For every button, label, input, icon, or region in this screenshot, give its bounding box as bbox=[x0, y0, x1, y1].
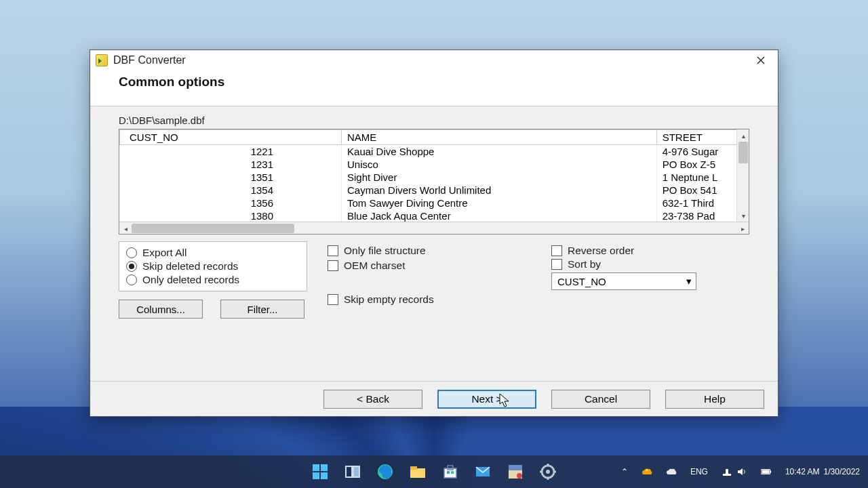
table-row[interactable]: 1354Cayman Divers World UnlimitedPO Box … bbox=[120, 184, 749, 197]
checkbox-only-structure[interactable]: Only file structure bbox=[328, 244, 531, 258]
checkbox-reverse-order[interactable]: Reverse order bbox=[551, 244, 707, 258]
volume-icon bbox=[736, 466, 747, 477]
file-path-label: D:\DBF\sample.dbf bbox=[119, 115, 749, 126]
svg-rect-7 bbox=[410, 468, 425, 478]
columns-button[interactable]: Columns... bbox=[119, 300, 203, 319]
radio-icon bbox=[126, 261, 137, 272]
task-view-button[interactable] bbox=[338, 458, 367, 485]
checkbox-skip-empty[interactable]: Skip empty records bbox=[328, 293, 531, 306]
table-row[interactable]: 1380Blue Jack Aqua Center23-738 Pad bbox=[120, 209, 749, 222]
svg-rect-15 bbox=[509, 465, 522, 470]
cancel-button[interactable]: Cancel bbox=[551, 390, 650, 409]
checkbox-label: OEM charset bbox=[344, 260, 405, 272]
cell-name: Kauai Dive Shoppe bbox=[342, 145, 657, 159]
svg-rect-8 bbox=[410, 466, 417, 470]
column-header-name[interactable]: NAME bbox=[342, 130, 657, 145]
checkbox-icon bbox=[328, 294, 338, 305]
onedrive-icon[interactable] bbox=[639, 465, 655, 479]
chevron-down-icon: ▾ bbox=[686, 275, 692, 287]
checkbox-sort-by[interactable]: Sort by bbox=[551, 258, 707, 271]
app-icon-1[interactable] bbox=[501, 458, 530, 485]
checkbox-oem-charset[interactable]: OEM charset bbox=[328, 259, 531, 272]
scroll-thumb-vertical[interactable] bbox=[738, 142, 748, 163]
clock-time: 10:42 AM bbox=[785, 467, 820, 476]
cell-custno: 1354 bbox=[120, 184, 342, 197]
battery-icon[interactable] bbox=[758, 465, 774, 479]
svg-point-18 bbox=[546, 470, 550, 474]
radio-only-deleted[interactable]: Only deleted records bbox=[126, 273, 297, 287]
cloud-icon[interactable] bbox=[663, 465, 679, 479]
table-row[interactable]: 1351Sight Diver1 Neptune L bbox=[120, 171, 749, 184]
scroll-right-button[interactable]: ▸ bbox=[736, 222, 749, 235]
table-row[interactable]: 1356Tom Sawyer Diving Centre632-1 Third bbox=[120, 197, 749, 209]
scroll-thumb-horizontal[interactable] bbox=[132, 224, 294, 233]
scroll-down-button[interactable]: ▾ bbox=[737, 209, 749, 222]
sort-by-dropdown[interactable]: CUST_NO ▾ bbox=[551, 272, 696, 290]
dropdown-value: CUST_NO bbox=[557, 276, 606, 287]
cell-custno: 1231 bbox=[120, 158, 342, 171]
scroll-up-button[interactable]: ▴ bbox=[737, 129, 749, 142]
table-row[interactable]: 1231UniscoPO Box Z-5 bbox=[120, 158, 749, 171]
clock-date: 1/30/2022 bbox=[824, 467, 860, 476]
store-icon[interactable] bbox=[436, 458, 465, 485]
checkbox-icon bbox=[328, 260, 338, 271]
radio-label: Export All bbox=[142, 247, 186, 259]
radio-label: Skip deleted records bbox=[142, 260, 238, 272]
wizard-footer: < Back Next > Cancel Help bbox=[90, 381, 778, 416]
cell-custno: 1221 bbox=[120, 145, 342, 159]
filter-button[interactable]: Filter... bbox=[220, 300, 304, 319]
file-explorer-icon[interactable] bbox=[403, 458, 432, 485]
dbf-converter-dialog: DBF Converter Common options D:\DBF\samp… bbox=[90, 49, 778, 417]
cell-street: 632-1 Third bbox=[656, 197, 748, 209]
svg-rect-1 bbox=[321, 464, 328, 471]
data-grid[interactable]: CUST_NO NAME STREET 1221Kauai Dive Shopp… bbox=[119, 129, 749, 235]
clock[interactable]: 10:42 AM 1/30/2022 bbox=[783, 466, 863, 478]
radio-icon bbox=[126, 274, 137, 285]
vertical-scrollbar[interactable]: ▴ ▾ bbox=[736, 129, 749, 222]
mail-icon[interactable] bbox=[469, 458, 497, 485]
start-button[interactable] bbox=[306, 458, 334, 485]
back-button[interactable]: < Back bbox=[323, 390, 422, 409]
checkbox-label: Only file structure bbox=[344, 245, 426, 257]
svg-rect-3 bbox=[321, 472, 328, 479]
language-indicator[interactable]: ENG bbox=[688, 466, 711, 478]
svg-rect-4 bbox=[346, 466, 352, 477]
svg-rect-23 bbox=[723, 474, 731, 476]
close-icon bbox=[756, 56, 766, 65]
svg-rect-24 bbox=[726, 469, 728, 474]
edge-icon[interactable] bbox=[371, 458, 399, 485]
taskbar-pinned-apps bbox=[306, 458, 562, 485]
scroll-left-button[interactable]: ◂ bbox=[119, 222, 132, 235]
cell-street: 23-738 Pad bbox=[656, 209, 748, 222]
column-header-custno[interactable]: CUST_NO bbox=[120, 130, 342, 145]
column-header-street[interactable]: STREET bbox=[656, 130, 748, 145]
cell-street: PO Box 541 bbox=[656, 184, 748, 197]
svg-rect-5 bbox=[353, 466, 359, 477]
cell-name: Unisco bbox=[342, 158, 657, 171]
wifi-icon bbox=[722, 466, 732, 477]
checkbox-label: Reverse order bbox=[568, 245, 634, 257]
cell-custno: 1380 bbox=[120, 209, 342, 222]
svg-rect-26 bbox=[770, 470, 771, 473]
checkbox-icon bbox=[328, 245, 338, 256]
svg-rect-2 bbox=[313, 472, 319, 479]
cell-street: 4-976 Sugar bbox=[656, 145, 748, 159]
taskbar: ⌃ ENG 10:42 AM 1/30/2022 bbox=[0, 455, 868, 488]
radio-skip-deleted[interactable]: Skip deleted records bbox=[126, 260, 297, 273]
svg-point-16 bbox=[517, 473, 522, 479]
settings-icon[interactable] bbox=[534, 458, 562, 485]
network-volume-tray[interactable] bbox=[719, 465, 750, 479]
checkbox-label: Sort by bbox=[568, 258, 601, 270]
help-button[interactable]: Help bbox=[665, 390, 764, 409]
cell-name: Blue Jack Aqua Center bbox=[342, 209, 657, 222]
horizontal-scrollbar[interactable]: ◂ ▸ bbox=[119, 222, 749, 234]
tray-overflow-button[interactable]: ⌃ bbox=[618, 466, 631, 478]
next-button[interactable]: Next > bbox=[437, 390, 536, 409]
wizard-header: Common options bbox=[90, 70, 778, 106]
export-mode-group: Export All Skip deleted records Only del… bbox=[119, 241, 307, 291]
radio-export-all[interactable]: Export All bbox=[126, 246, 297, 260]
window-title: DBF Converter bbox=[113, 54, 747, 66]
table-row[interactable]: 1221Kauai Dive Shoppe4-976 Sugar bbox=[120, 145, 749, 159]
close-button[interactable] bbox=[747, 52, 775, 69]
svg-rect-11 bbox=[447, 471, 450, 474]
